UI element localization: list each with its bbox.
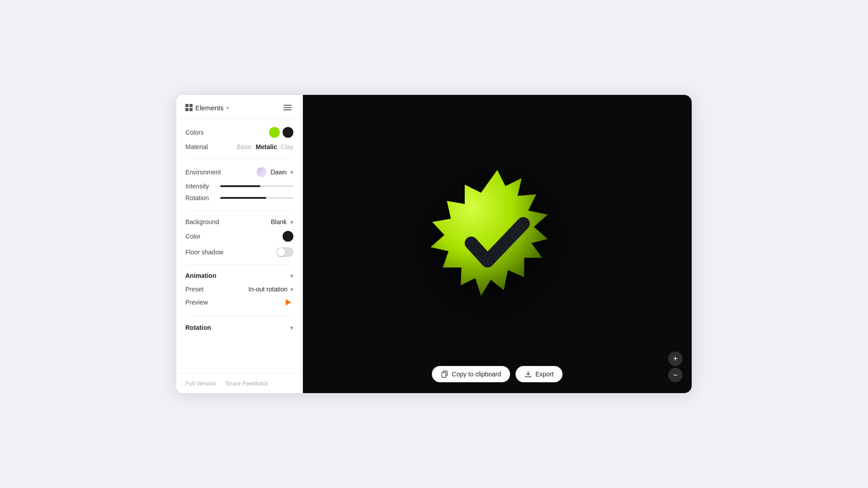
material-row: Material Basic Metalic Clay	[185, 143, 293, 150]
zoom-in-button[interactable]: +	[668, 352, 683, 366]
preset-value: In-out rotation	[249, 286, 288, 293]
bg-color-swatch[interactable]	[283, 231, 293, 242]
material-clay[interactable]: Clay	[281, 143, 293, 150]
colors-row: Colors	[185, 127, 293, 138]
badge-preview	[416, 162, 579, 326]
sidebar-footer: Full Version Share Feedback	[176, 373, 302, 393]
environment-label: Environment	[185, 169, 221, 176]
clipboard-icon	[441, 371, 448, 378]
rotation-chevron-icon: ▾	[290, 324, 293, 331]
play-icon	[286, 299, 291, 305]
environment-dropdown[interactable]: Dawn ▾	[257, 167, 293, 177]
rotation-slider-label: Rotation	[185, 194, 209, 202]
background-dropdown[interactable]: Blank ▾	[271, 218, 293, 225]
floor-shadow-toggle[interactable]	[276, 247, 293, 257]
material-label: Material	[185, 143, 208, 150]
rotation-slider-row: Rotation	[185, 194, 293, 202]
divider-4	[185, 316, 293, 317]
preset-label: Preset	[185, 286, 203, 293]
rotation-section-label: Rotation	[185, 324, 211, 331]
environment-value: Dawn	[270, 169, 287, 176]
intensity-label: Intensity	[185, 183, 209, 190]
copy-btn-label: Copy to clipboard	[452, 371, 501, 378]
sidebar: Elements ▾ Colors Material	[176, 95, 303, 393]
intensity-row: Intensity	[185, 183, 293, 190]
color-label: Color	[185, 233, 200, 240]
color-swatch-green[interactable]	[269, 127, 280, 138]
rotation-slider[interactable]	[220, 197, 293, 199]
divider-3	[185, 264, 293, 265]
rotation-fill	[220, 197, 266, 199]
app-container: Elements ▾ Colors Material	[176, 95, 692, 393]
animation-header: Animation ▾	[185, 272, 293, 279]
elements-label: Elements	[195, 104, 224, 112]
elements-icon	[185, 104, 193, 111]
divider-1	[185, 160, 293, 160]
preset-chevron-icon: ▾	[290, 286, 293, 293]
zoom-controls: + −	[668, 352, 683, 382]
material-basic[interactable]: Basic	[236, 143, 252, 150]
animation-section: Animation ▾ Preset In-out rotation ▾ Pre…	[185, 272, 293, 307]
environment-row: Environment Dawn ▾	[185, 167, 293, 177]
elements-chevron-icon: ▾	[226, 105, 229, 110]
export-button[interactable]: Export	[515, 366, 562, 382]
badge-svg	[416, 162, 579, 324]
menu-button[interactable]	[282, 103, 293, 112]
sidebar-content: Colors Material Basic Metalic Clay	[176, 119, 302, 373]
floor-shadow-label: Floor shadow	[185, 249, 223, 256]
svg-rect-1	[442, 372, 446, 377]
sidebar-header: Elements ▾	[176, 95, 302, 119]
environment-section: Environment Dawn ▾ Intensity Rotation	[185, 167, 293, 202]
export-btn-label: Export	[535, 371, 553, 378]
colors-section: Colors Material Basic Metalic Clay	[185, 127, 293, 150]
preset-dropdown[interactable]: In-out rotation ▾	[249, 286, 293, 293]
copy-to-clipboard-button[interactable]: Copy to clipboard	[432, 366, 510, 382]
preset-row: Preset In-out rotation ▾	[185, 286, 293, 293]
environment-chevron-icon: ▾	[290, 169, 293, 176]
preview-label: Preview	[185, 299, 208, 306]
material-options: Basic Metalic Clay	[236, 143, 293, 150]
main-canvas: Copy to clipboard Export + −	[303, 95, 692, 393]
colors-label: Colors	[185, 129, 203, 136]
divider-2	[185, 211, 293, 211]
preview-play-button[interactable]	[283, 297, 293, 307]
background-row: Background Blank ▾	[185, 218, 293, 225]
full-version-link[interactable]: Full Version	[185, 380, 216, 387]
background-section: Background Blank ▾ Color Floor shadow	[185, 218, 293, 257]
color-swatches	[269, 127, 293, 138]
color-swatch-black[interactable]	[283, 127, 293, 138]
animation-title: Animation	[185, 272, 216, 279]
canvas-controls: Copy to clipboard Export	[432, 366, 562, 382]
color-row: Color	[185, 231, 293, 242]
preview-row: Preview	[185, 297, 293, 307]
zoom-out-button[interactable]: −	[668, 368, 683, 382]
elements-button[interactable]: Elements ▾	[185, 104, 229, 112]
intensity-slider[interactable]	[220, 185, 293, 187]
environment-icon	[257, 167, 267, 177]
intensity-fill	[220, 185, 260, 187]
download-icon	[524, 371, 532, 378]
background-label: Background	[185, 218, 219, 225]
background-chevron-icon: ▾	[290, 219, 293, 225]
rotation-section-row: Rotation ▾	[185, 324, 293, 331]
animation-chevron-icon: ▾	[290, 272, 293, 279]
material-metalic[interactable]: Metalic	[256, 143, 277, 150]
background-value: Blank	[271, 218, 287, 225]
share-feedback-link[interactable]: Share Feedback	[225, 380, 268, 387]
floor-shadow-row: Floor shadow	[185, 247, 293, 257]
